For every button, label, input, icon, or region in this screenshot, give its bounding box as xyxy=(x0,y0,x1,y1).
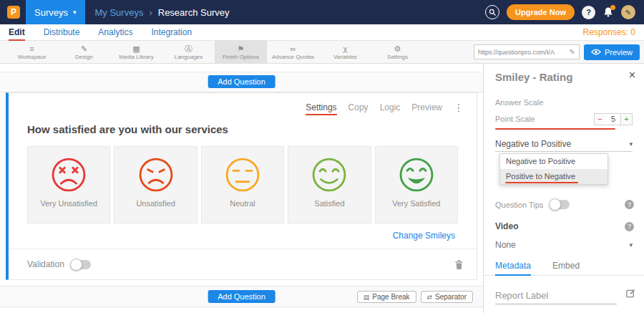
advance-quotas-icon: ∞ xyxy=(291,44,296,53)
toolbar-item-advance-quotas[interactable]: ∞ Advance Quotas xyxy=(267,41,319,63)
scale-direction-dropdown: Negative to Positive Positive to Negativ… xyxy=(499,153,608,185)
validation-row: Validation xyxy=(9,249,477,279)
video-select[interactable]: None ▾ xyxy=(495,240,633,250)
design-icon: ✎ xyxy=(81,44,87,53)
tab-integration[interactable]: Integration xyxy=(151,27,192,37)
toolbar-label: Languages xyxy=(175,54,203,60)
question-tips-toggle[interactable] xyxy=(550,200,570,209)
top-bar-actions: Upgrade Now ? ✎ xyxy=(485,4,644,20)
option-negative-to-positive[interactable]: Negative to Positive xyxy=(500,154,608,169)
tab-analytics[interactable]: Analytics xyxy=(98,27,132,37)
add-question-button-bottom[interactable]: Add Question xyxy=(208,290,275,303)
neutral-smiley-icon xyxy=(224,156,261,193)
languages-icon: Ⓐ xyxy=(185,44,192,53)
survey-url-input[interactable] xyxy=(478,49,567,56)
product-menu-label: Surveys xyxy=(34,7,68,18)
question-menu-preview[interactable]: Preview xyxy=(411,102,442,112)
scale-direction-select[interactable]: Negative to Positive ▾ xyxy=(495,136,633,152)
responses-count[interactable]: Responses: 0 xyxy=(583,27,635,37)
panel-tabs: Metadata Embed xyxy=(484,259,644,276)
tab-metadata[interactable]: Metadata xyxy=(495,259,531,276)
toolbar-item-settings[interactable]: ⚙ Settings xyxy=(371,41,424,63)
smiley-option-neutral[interactable]: Neutral xyxy=(201,146,284,223)
main-nav: Edit Distribute Analytics Integration Re… xyxy=(0,24,644,41)
avatar[interactable]: ✎ xyxy=(621,5,635,19)
question-menu-settings[interactable]: Settings xyxy=(306,102,336,112)
toolbar-item-finish-options[interactable]: ⚑ Finish Options xyxy=(215,41,267,63)
tab-edit-underline xyxy=(9,39,25,41)
workspace-icon: ≡ xyxy=(29,44,34,53)
question-title[interactable]: How satisfied are you with our services xyxy=(27,123,228,135)
scale-direction-selected: Negative to Positive xyxy=(495,139,571,149)
question-menu-copy[interactable]: Copy xyxy=(348,102,369,112)
settings-highlight-underline xyxy=(306,114,336,115)
toolbar-item-media-library[interactable]: ▦ Media Library xyxy=(110,41,162,63)
toolbar-item-workspace[interactable]: ≡ Workspace xyxy=(6,41,58,63)
questionpro-logo: P xyxy=(7,6,20,19)
change-smileys-link[interactable]: Change Smileys xyxy=(393,231,455,241)
smiley-option-very-unsatisfied[interactable]: Very Unsatisfied xyxy=(27,146,110,223)
option-positive-to-negative[interactable]: Positive to Negative xyxy=(500,169,608,184)
tab-edit-label: Edit xyxy=(9,27,25,37)
video-help-icon[interactable]: ? xyxy=(625,222,634,231)
tab-edit[interactable]: Edit xyxy=(9,27,25,37)
panel-title: Smiley - Rating xyxy=(495,71,572,83)
add-question-button-top[interactable]: Add Question xyxy=(208,75,275,88)
question-menu-logic[interactable]: Logic xyxy=(380,102,401,112)
increase-scale-button[interactable]: + xyxy=(620,113,633,125)
decrease-scale-button[interactable]: − xyxy=(594,113,606,125)
add-question-row-bottom: Add Question ▤ Page Break ⇄ Separator xyxy=(0,286,483,307)
edit-square-icon xyxy=(626,289,635,298)
toolbar-item-languages[interactable]: Ⓐ Languages xyxy=(162,41,215,63)
option-highlight-underline xyxy=(505,182,578,183)
notifications-button[interactable] xyxy=(602,6,614,18)
very-satisfied-smiley-icon xyxy=(398,156,435,193)
question-tips-help-icon[interactable]: ? xyxy=(625,200,634,209)
breadcrumb: My Surveys › Research Survey xyxy=(95,7,230,18)
finish-options-icon: ⚑ xyxy=(238,44,245,53)
toolbar-label: Settings xyxy=(387,54,408,60)
search-button[interactable] xyxy=(485,5,499,19)
validation-label: Validation xyxy=(27,259,64,269)
toolbar-item-design[interactable]: ✎ Design xyxy=(58,41,110,63)
question-tips-label: Question Tips xyxy=(495,201,543,209)
questionpro-survey-editor: P Surveys ▾ My Surveys › Research Survey… xyxy=(0,0,644,313)
smiley-option-very-satisfied[interactable]: Very Satisfied xyxy=(375,146,458,223)
answer-scale-label: Answer Scale xyxy=(495,98,543,107)
top-bar: P Surveys ▾ My Surveys › Research Survey… xyxy=(0,0,644,24)
notification-badge xyxy=(610,5,615,10)
close-icon[interactable]: × xyxy=(629,69,635,81)
breadcrumb-my-surveys[interactable]: My Surveys xyxy=(95,7,144,18)
separator-icon: ⇄ xyxy=(427,294,433,301)
help-button[interactable]: ? xyxy=(582,6,595,19)
survey-canvas: Add Question Settings Copy Logic Preview… xyxy=(0,64,484,313)
separator-button[interactable]: ⇄ Separator xyxy=(421,291,473,303)
point-scale-highlight-underline xyxy=(495,128,615,130)
product-menu-button[interactable]: Surveys ▾ xyxy=(26,0,85,24)
page-break-button[interactable]: ▤ Page Break xyxy=(357,291,416,303)
tab-embed[interactable]: Embed xyxy=(552,259,580,276)
tab-distribute[interactable]: Distribute xyxy=(44,27,80,37)
toolbar-right: ✎ Preview xyxy=(474,41,644,63)
toolbar-label: Advance Quotas xyxy=(272,54,314,60)
preview-label: Preview xyxy=(605,48,633,57)
upgrade-now-button[interactable]: Upgrade Now xyxy=(507,4,575,20)
dots-menu-icon[interactable]: ⋮ xyxy=(454,102,464,113)
edit-report-label-button[interactable] xyxy=(626,289,635,298)
video-selected-value: None xyxy=(495,240,516,250)
question-tips-row: Question Tips ? xyxy=(495,200,634,209)
delete-question-button[interactable] xyxy=(454,259,464,270)
survey-url-box: ✎ xyxy=(474,44,580,59)
smiley-label: Unsatisfied xyxy=(136,199,175,208)
point-scale-value: 5 xyxy=(605,113,621,125)
edit-url-icon[interactable]: ✎ xyxy=(569,48,575,56)
report-label-input[interactable] xyxy=(495,287,617,304)
toolbar-label: Finish Options xyxy=(223,54,259,60)
smiley-label: Satisfied xyxy=(314,199,344,208)
validation-toggle[interactable] xyxy=(72,260,91,269)
smiley-option-unsatisfied[interactable]: Unsatisfied xyxy=(114,146,197,223)
preview-button[interactable]: Preview xyxy=(584,44,640,60)
toolbar-item-variables[interactable]: χ Variables xyxy=(319,41,371,63)
smiley-option-satisfied[interactable]: Satisfied xyxy=(288,146,371,223)
variables-icon: χ xyxy=(343,44,348,53)
